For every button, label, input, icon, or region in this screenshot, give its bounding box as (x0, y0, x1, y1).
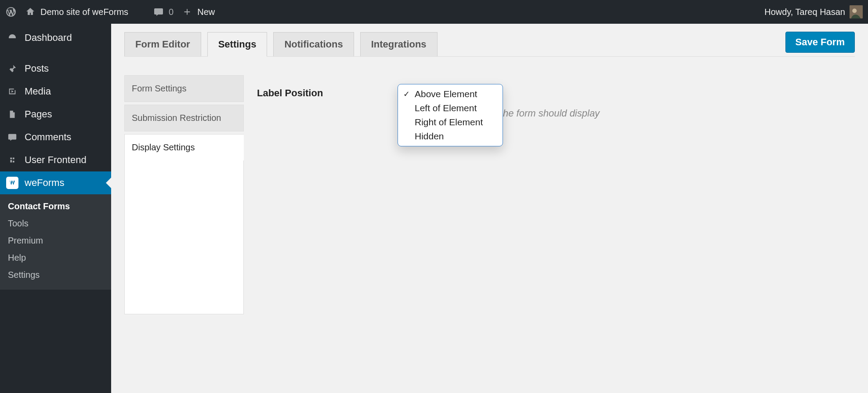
wordpress-icon (5, 6, 17, 18)
subtab-panel-remainder (124, 160, 244, 314)
option-left-of-element[interactable]: Left of Element (398, 101, 503, 115)
admin-menu: Dashboard Posts Media Pages Comments (0, 24, 111, 393)
subtab-form-settings[interactable]: Form Settings (124, 75, 244, 102)
page-content: Form Editor Settings Notifications Integ… (111, 24, 868, 393)
comment-count: 0 (169, 7, 174, 17)
menu-label: Media (25, 86, 51, 97)
label-position-dropdown[interactable]: ✓ Above Element Left of Element Right of… (398, 84, 503, 146)
submenu-contact-forms[interactable]: Contact Forms (0, 198, 111, 215)
option-above-element[interactable]: ✓ Above Element (398, 87, 503, 101)
tab-integrations[interactable]: Integrations (360, 32, 438, 56)
menu-posts[interactable]: Posts (0, 57, 111, 80)
howdy-text: Howdy, Tareq Hasan (764, 7, 845, 17)
menu-dashboard[interactable]: Dashboard (0, 26, 111, 49)
settings-subtabs: Form Settings Submission Restriction Dis… (124, 75, 244, 314)
menu-media[interactable]: Media (0, 80, 111, 103)
submenu-help[interactable]: Help (0, 249, 111, 266)
user-frontend-icon (6, 154, 18, 166)
tab-settings[interactable]: Settings (207, 32, 268, 57)
form-tabs: Form Editor Settings Notifications Integ… (124, 32, 855, 57)
comment-icon (153, 6, 164, 18)
menu-label: Dashboard (25, 32, 72, 44)
dashboard-icon (6, 32, 18, 44)
tab-notifications[interactable]: Notifications (273, 32, 354, 56)
menu-user-frontend[interactable]: User Frontend (0, 149, 111, 171)
menu-label: User Frontend (25, 154, 87, 166)
option-hidden[interactable]: Hidden (398, 129, 503, 143)
admin-toolbar: Demo site of weForms 0 New Howdy, Tareq … (0, 0, 868, 24)
menu-label: Pages (25, 109, 52, 120)
submenu-premium[interactable]: Premium (0, 232, 111, 249)
svg-point-1 (852, 9, 857, 13)
submenu-weforms: Contact Forms Tools Premium Help Setting… (0, 194, 111, 290)
media-icon (6, 85, 18, 98)
home-icon (25, 6, 36, 18)
pin-icon (6, 62, 18, 75)
tab-form-editor[interactable]: Form Editor (124, 32, 201, 56)
page-icon (6, 108, 18, 120)
new-label: New (197, 7, 215, 17)
avatar (850, 5, 863, 18)
menu-comments[interactable]: Comments (0, 126, 111, 149)
subtab-submission-restriction[interactable]: Submission Restriction (124, 105, 244, 131)
field-label-position: Label Position ✓ Above Element Left of E… (257, 87, 842, 99)
my-account[interactable]: Howdy, Tareq Hasan (764, 5, 863, 18)
settings-panel: Label Position ✓ Above Element Left of E… (244, 75, 855, 314)
site-link[interactable]: Demo site of weForms (25, 6, 128, 18)
comments-link[interactable]: 0 (153, 6, 174, 18)
comment-icon (6, 131, 18, 143)
menu-weforms[interactable]: weForms (0, 171, 111, 194)
subtab-display-settings[interactable]: Display Settings (124, 134, 244, 161)
site-title: Demo site of weForms (40, 7, 128, 17)
field-help-text: he form should display (503, 108, 600, 119)
menu-label: weForms (25, 177, 64, 189)
submenu-settings[interactable]: Settings (0, 266, 111, 284)
menu-pages[interactable]: Pages (0, 103, 111, 126)
weforms-icon (6, 177, 18, 189)
menu-label: Comments (25, 131, 71, 143)
plus-icon (181, 6, 193, 18)
submenu-tools[interactable]: Tools (0, 215, 111, 232)
new-content-link[interactable]: New (181, 6, 215, 18)
wp-logo[interactable] (5, 6, 17, 18)
option-right-of-element[interactable]: Right of Element (398, 115, 503, 129)
field-label: Label Position (257, 87, 384, 99)
check-icon: ✓ (402, 89, 410, 99)
menu-label: Posts (25, 63, 49, 74)
save-form-button[interactable]: Save Form (785, 32, 855, 53)
